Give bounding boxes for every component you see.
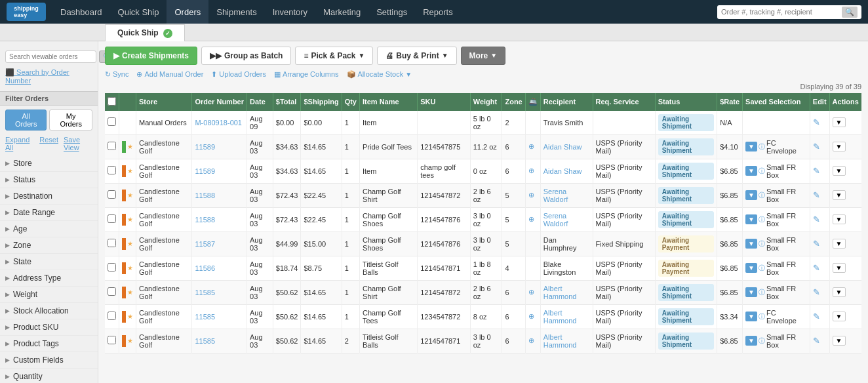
- sidebar-filter-zone[interactable]: Zone: [0, 237, 98, 254]
- sidebar-filter-product-tags[interactable]: Product Tags: [0, 336, 98, 352]
- order-number-link[interactable]: 11585: [195, 337, 215, 345]
- star-icon[interactable]: ★: [127, 192, 133, 199]
- info-icon[interactable]: ⓘ: [759, 239, 765, 249]
- allocate-stock-button[interactable]: 📦 Allocate Stock: [347, 70, 412, 79]
- th-shipping[interactable]: $Shipping: [301, 93, 342, 111]
- actions-dropdown-button[interactable]: ▼: [833, 117, 846, 127]
- sidebar-search-by-order-number[interactable]: ⬛ Search by Order Number: [0, 67, 98, 86]
- sidebar-filter-address-type[interactable]: Address Type: [0, 270, 98, 287]
- row-checkbox[interactable]: [108, 263, 116, 272]
- actions-dropdown-button[interactable]: ▼: [833, 166, 846, 176]
- my-orders-button[interactable]: My Orders: [49, 110, 92, 131]
- star-icon[interactable]: ★: [127, 289, 133, 296]
- actions-dropdown-button[interactable]: ▼: [833, 142, 846, 151]
- sidebar-search-input[interactable]: [5, 50, 96, 63]
- th-saved-selection[interactable]: Saved Selection: [743, 93, 810, 111]
- rate-select-arrow[interactable]: ▼: [745, 142, 757, 151]
- sidebar-filter-age[interactable]: Age: [0, 221, 98, 237]
- recipient-link[interactable]: Serena Waldorf: [543, 212, 568, 228]
- actions-dropdown-button[interactable]: ▼: [833, 336, 846, 346]
- info-icon[interactable]: ⓘ: [759, 191, 765, 200]
- rate-select-arrow[interactable]: ▼: [745, 190, 757, 200]
- th-sku[interactable]: SKU: [418, 93, 471, 111]
- pick-and-pack-button[interactable]: ≡ Pick & Pack: [295, 47, 373, 65]
- more-button[interactable]: More: [461, 47, 506, 65]
- rate-select-arrow[interactable]: ▼: [745, 166, 757, 176]
- th-date[interactable]: Date: [247, 93, 273, 111]
- rate-select-arrow[interactable]: ▼: [745, 214, 757, 224]
- nav-search-button[interactable]: 🔍: [842, 7, 858, 18]
- quick-ship-tab[interactable]: Quick Ship ✓: [105, 24, 185, 41]
- sidebar-filter-store[interactable]: Store: [0, 155, 98, 172]
- info-icon[interactable]: ⓘ: [759, 288, 765, 297]
- edit-button[interactable]: ✎: [813, 117, 820, 127]
- actions-dropdown-button[interactable]: ▼: [833, 239, 846, 249]
- actions-dropdown-button[interactable]: ▼: [833, 190, 846, 200]
- nav-marketing[interactable]: Marketing: [315, 0, 368, 24]
- sync-button[interactable]: ↻ Sync: [105, 70, 128, 79]
- actions-dropdown-button[interactable]: ▼: [833, 214, 846, 224]
- th-req-service[interactable]: Req. Service: [593, 93, 655, 111]
- edit-button[interactable]: ✎: [813, 312, 820, 321]
- star-icon[interactable]: ★: [127, 167, 133, 174]
- sidebar-filter-stock-allocation[interactable]: Stock Allocation: [0, 303, 98, 319]
- order-number-link[interactable]: 11586: [195, 264, 215, 272]
- expand-all-link[interactable]: Expand All: [5, 136, 34, 151]
- nav-search-input[interactable]: [721, 8, 842, 16]
- nav-shipments[interactable]: Shipments: [208, 0, 264, 24]
- row-checkbox[interactable]: [108, 214, 116, 223]
- edit-button[interactable]: ✎: [813, 214, 820, 224]
- th-rate[interactable]: $Rate: [717, 93, 743, 111]
- recipient-link[interactable]: Serena Waldorf: [543, 188, 568, 203]
- nav-reports[interactable]: Reports: [415, 0, 461, 24]
- row-checkbox[interactable]: [108, 190, 116, 199]
- arrange-columns-button[interactable]: ▦ Arrange Columns: [274, 70, 339, 79]
- star-icon[interactable]: ★: [127, 216, 133, 223]
- recipient-link[interactable]: Aidan Shaw: [543, 167, 582, 175]
- edit-button[interactable]: ✎: [813, 287, 820, 297]
- th-order-number[interactable]: Order Number: [192, 93, 247, 111]
- edit-button[interactable]: ✎: [813, 239, 820, 249]
- row-checkbox[interactable]: [108, 312, 116, 320]
- order-number-link[interactable]: 11589: [195, 167, 215, 175]
- order-number-link[interactable]: 11587: [195, 240, 215, 248]
- actions-dropdown-button[interactable]: ▼: [833, 263, 846, 273]
- nav-dashboard[interactable]: Dashboard: [52, 0, 110, 24]
- sidebar-filter-weight[interactable]: Weight: [0, 287, 98, 303]
- star-icon[interactable]: ★: [127, 337, 133, 344]
- rate-select-arrow[interactable]: ▼: [745, 263, 757, 273]
- row-checkbox[interactable]: [108, 239, 116, 247]
- th-store[interactable]: Store: [136, 93, 192, 111]
- row-checkbox[interactable]: [108, 336, 116, 344]
- star-icon[interactable]: ★: [127, 240, 133, 247]
- recipient-link[interactable]: Aidan Shaw: [543, 143, 582, 151]
- actions-dropdown-button[interactable]: ▼: [833, 287, 846, 297]
- order-number-link[interactable]: 11585: [195, 289, 215, 296]
- nav-orders[interactable]: Orders: [167, 0, 208, 24]
- edit-button[interactable]: ✎: [813, 142, 820, 151]
- actions-dropdown-button[interactable]: ▼: [833, 312, 846, 321]
- row-checkbox[interactable]: [108, 287, 116, 296]
- order-number-link[interactable]: 11589: [195, 143, 215, 151]
- info-icon[interactable]: ⓘ: [759, 264, 765, 273]
- edit-button[interactable]: ✎: [813, 263, 820, 273]
- recipient-link[interactable]: Albert Hammond: [543, 309, 577, 325]
- row-checkbox[interactable]: [108, 166, 116, 174]
- order-number-link[interactable]: M-080918-001: [195, 119, 242, 127]
- order-number-link[interactable]: 11585: [195, 313, 215, 321]
- nav-quickship[interactable]: Quick Ship: [110, 0, 167, 24]
- upload-orders-button[interactable]: ⬆ Upload Orders: [211, 70, 266, 79]
- rate-select-arrow[interactable]: ▼: [745, 287, 757, 297]
- rate-select-arrow[interactable]: ▼: [745, 239, 757, 249]
- select-all-checkbox[interactable]: [108, 97, 116, 106]
- recipient-link[interactable]: Albert Hammond: [543, 285, 577, 300]
- save-view-link[interactable]: Save View: [64, 136, 92, 151]
- th-weight[interactable]: Weight: [470, 93, 502, 111]
- info-icon[interactable]: ⓘ: [759, 336, 765, 346]
- star-icon[interactable]: ★: [127, 143, 133, 150]
- sidebar-filter-custom-fields[interactable]: Custom Fields: [0, 352, 98, 369]
- th-total[interactable]: $Total: [273, 93, 301, 111]
- info-icon[interactable]: ⓘ: [759, 167, 765, 176]
- create-shipments-button[interactable]: ▶ Create Shipments: [105, 47, 197, 65]
- nav-inventory[interactable]: Inventory: [265, 0, 315, 24]
